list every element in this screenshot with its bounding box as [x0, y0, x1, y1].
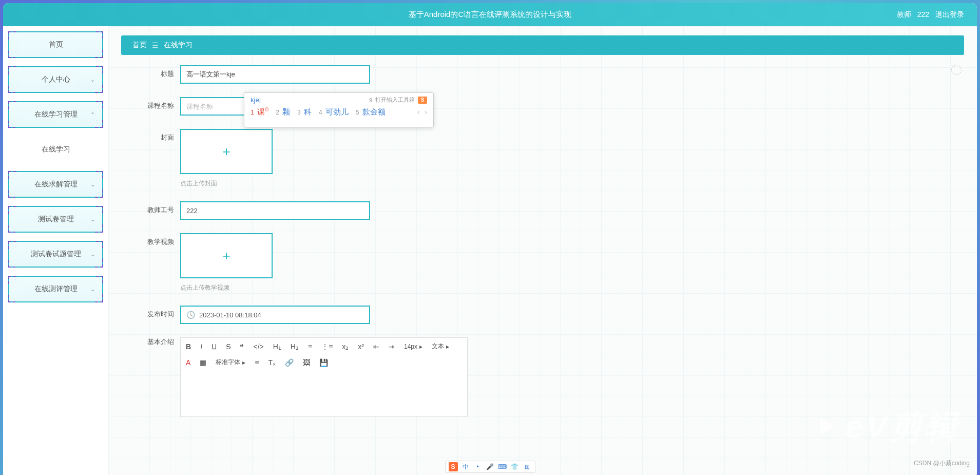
save-button[interactable]: 💾 [319, 358, 328, 367]
align-button[interactable]: ≡ [255, 358, 259, 367]
sidebar: 首页 个人中心⌄ 在线学习管理⌃ 在线学习 在线求解管理⌄ 测试卷管理⌄ 测试卷… [3, 26, 108, 475]
ime-candidate-5[interactable]: 5 款金额 [356, 107, 386, 117]
code-button[interactable]: </> [253, 343, 263, 351]
ime-popup: kje 9 打开输入工具箱S 1 课© 2 颗 3 科 4 可劲儿 5 款金额 … [244, 92, 434, 127]
ime-taskbar: S 中 • 🎤 ⌨ 👕 ⊞ [445, 461, 535, 473]
rich-editor: B I U S ❝ </> H₁ H₂ ≡ ⋮≡ x₂ [180, 337, 468, 417]
clear-format-button[interactable]: Tₓ [268, 358, 276, 367]
publish-label: 发布时间 [139, 306, 180, 319]
title-input[interactable] [180, 65, 370, 84]
cover-hint: 点击上传封面 [180, 179, 273, 188]
sidebar-item-profile[interactable]: 个人中心⌄ [8, 66, 103, 93]
breadcrumb-current: 在线学习 [164, 41, 193, 50]
bg-color-button[interactable]: ▦ [200, 358, 206, 367]
ime-prev-icon[interactable]: ‹ [417, 108, 420, 116]
video-label: 教学视频 [139, 233, 180, 246]
keyboard-icon[interactable]: ⌨ [498, 462, 507, 471]
logout-link[interactable]: 退出登录 [935, 10, 964, 20]
italic-button[interactable]: I [200, 343, 202, 351]
breadcrumb-home[interactable]: 首页 [132, 41, 147, 50]
sidebar-item-label: 个人中心 [42, 75, 70, 84]
chevron-down-icon: ⌄ [90, 181, 95, 188]
chevron-down-icon: ⌄ [90, 286, 95, 293]
chevron-down-icon: ⌄ [90, 216, 95, 223]
sogou-logo-icon: S [418, 97, 427, 104]
superscript-button[interactable]: x² [358, 343, 364, 351]
user-role: 教师 [897, 10, 911, 20]
ordered-list-button[interactable]: ≡ [308, 343, 312, 351]
cover-label: 封面 [139, 129, 180, 142]
breadcrumb: 首页 ☰ 在线学习 [121, 35, 964, 55]
h2-button[interactable]: H₂ [291, 343, 299, 351]
ime-candidates: 1 课© 2 颗 3 科 4 可劲儿 5 款金额 ‹› [251, 107, 427, 117]
sogou-icon[interactable]: S [449, 462, 458, 471]
publish-time-input[interactable]: 🕓 2023-01-10 08:18:04 [180, 306, 370, 324]
sidebar-item-eval-mgmt[interactable]: 在线测评管理⌄ [8, 276, 103, 302]
ime-typed-text: kje [251, 96, 261, 104]
sidebar-item-label: 测试卷试题管理 [31, 250, 81, 259]
link-button[interactable]: 🔗 [285, 358, 294, 367]
app-title: 基于Android的C语言在线评测系统的设计与实现 [409, 10, 572, 20]
grid-icon[interactable]: ⊞ [523, 462, 532, 471]
breadcrumb-sep-icon: ☰ [152, 41, 159, 49]
clock-icon: 🕓 [186, 311, 195, 319]
cover-upload[interactable]: + [180, 129, 273, 174]
font-family-select[interactable]: 标准字体 ▸ [216, 358, 245, 367]
voice-icon[interactable]: 🎤 [486, 462, 495, 471]
sidebar-item-label: 在线测评管理 [34, 284, 78, 294]
ime-next-icon[interactable]: › [425, 108, 427, 116]
underline-button[interactable]: U [212, 343, 217, 351]
font-size-select[interactable]: 14px ▸ [404, 343, 422, 350]
sidebar-item-home[interactable]: 首页 [8, 31, 103, 58]
strike-button[interactable]: S [226, 343, 230, 351]
outdent-button[interactable]: ⇥ [389, 343, 395, 351]
chevron-down-icon: ⌄ [90, 251, 95, 258]
chevron-up-icon: ⌃ [90, 111, 95, 118]
ime-candidate-4[interactable]: 4 可劲儿 [319, 107, 349, 117]
sidebar-item-question-mgmt[interactable]: 测试卷试题管理⌄ [8, 241, 103, 268]
sidebar-item-label: 在线学习管理 [34, 110, 78, 119]
main-content: 首页 ☰ 在线学习 标题 课程名称 封面 + 点击上传封面 [108, 26, 977, 475]
course-label: 课程名称 [139, 97, 180, 110]
font-color-button[interactable]: A [186, 358, 190, 367]
settings-icon[interactable] [951, 65, 962, 75]
user-id: 222 [917, 10, 929, 20]
format-select[interactable]: 文本 ▸ [432, 342, 449, 351]
unordered-list-button[interactable]: ⋮≡ [321, 343, 333, 351]
quote-button[interactable]: ❝ [240, 343, 244, 351]
sidebar-item-study-mgmt[interactable]: 在线学习管理⌃ [8, 101, 103, 128]
plus-icon: + [222, 144, 230, 160]
top-bar: 基于Android的C语言在线评测系统的设计与实现 教师 222 退出登录 [3, 3, 977, 26]
ime-candidate-3[interactable]: 3 科 [297, 107, 312, 117]
lang-toggle[interactable]: 中 [461, 462, 470, 471]
bold-button[interactable]: B [186, 343, 191, 351]
watermark-text: CSDN @小蔡coding [914, 459, 970, 468]
sidebar-item-study[interactable]: 在线学习 [8, 136, 103, 163]
sidebar-item-label: 首页 [49, 40, 63, 49]
video-hint: 点击上传教学视频 [180, 283, 273, 292]
sidebar-item-solve-mgmt[interactable]: 在线求解管理⌄ [8, 171, 103, 198]
skin-icon[interactable]: 👕 [510, 462, 520, 471]
ime-candidate-1[interactable]: 1 课© [251, 107, 268, 117]
teacher-label: 教师工号 [139, 201, 180, 215]
sidebar-item-paper-mgmt[interactable]: 测试卷管理⌄ [8, 206, 103, 233]
sidebar-item-label: 测试卷管理 [38, 215, 74, 224]
editor-textarea[interactable] [181, 370, 467, 416]
editor-toolbar: B I U S ❝ </> H₁ H₂ ≡ ⋮≡ x₂ [181, 338, 467, 370]
punct-toggle[interactable]: • [473, 462, 483, 471]
sidebar-item-label: 在线学习 [42, 145, 70, 154]
plus-icon: + [222, 248, 230, 264]
ime-toolbox-hint[interactable]: 9 打开输入工具箱S [369, 96, 427, 104]
form: 标题 课程名称 封面 + 点击上传封面 教师工号 [108, 65, 977, 417]
image-button[interactable]: 🖼 [303, 358, 310, 367]
sidebar-item-label: 在线求解管理 [34, 180, 78, 189]
indent-button[interactable]: ⇤ [373, 343, 379, 351]
ime-candidate-2[interactable]: 2 颗 [276, 107, 290, 117]
intro-label: 基本介绍 [139, 337, 180, 347]
h1-button[interactable]: H₁ [273, 343, 281, 351]
subscript-button[interactable]: x₂ [342, 343, 349, 351]
teacher-input[interactable] [180, 201, 370, 220]
video-upload[interactable]: + [180, 233, 273, 278]
publish-time-value: 2023-01-10 08:18:04 [199, 311, 261, 319]
title-label: 标题 [139, 65, 180, 79]
